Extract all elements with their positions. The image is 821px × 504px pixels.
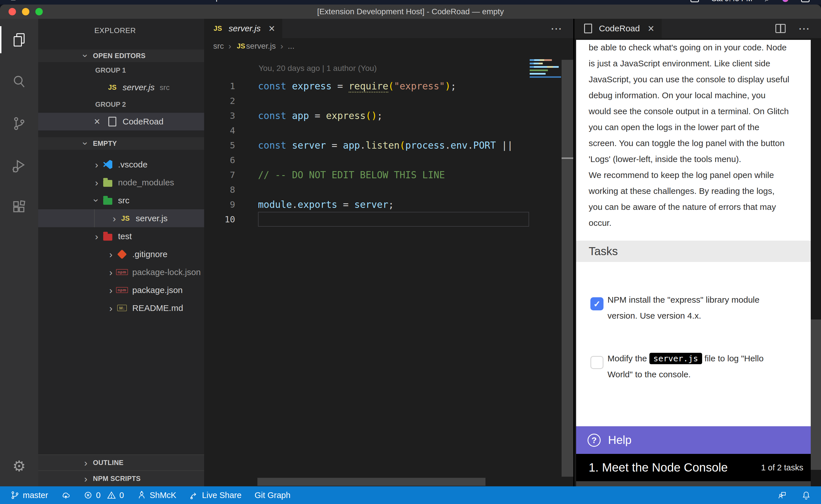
open-editors-header[interactable]: OPEN EDITORS bbox=[38, 50, 204, 62]
live-share-button[interactable]: Live Share bbox=[189, 491, 242, 500]
tree-item[interactable]: .gitignore bbox=[38, 245, 204, 263]
section-label: NPM SCRIPTS bbox=[93, 475, 140, 483]
close-icon[interactable]: × bbox=[94, 116, 105, 128]
task-progress: 1 of 2 tasks bbox=[761, 463, 803, 472]
editor-vertical-scrollbar[interactable] bbox=[561, 60, 573, 477]
breadcrumb-folder[interactable]: src bbox=[213, 42, 224, 51]
menubar-item[interactable]: File bbox=[50, 0, 62, 2]
task-checkbox[interactable] bbox=[590, 356, 603, 369]
menubar-item[interactable]: Run bbox=[134, 0, 148, 2]
collapsed-section-header[interactable]: OUTLINE bbox=[38, 454, 204, 470]
git-branch-indicator[interactable]: master bbox=[10, 491, 48, 500]
workspace-section-header[interactable]: EMPTY bbox=[38, 137, 204, 150]
code-token: app bbox=[343, 140, 360, 151]
cloud-upload-icon bbox=[61, 491, 70, 500]
editor-group-label: GROUP 1 bbox=[38, 62, 204, 79]
close-icon[interactable]: × bbox=[648, 22, 654, 35]
notifications-button[interactable] bbox=[802, 491, 811, 500]
scrollbar-thumb[interactable] bbox=[811, 319, 821, 470]
webview-bottom-strip bbox=[576, 481, 811, 486]
source-control-icon bbox=[11, 115, 27, 132]
question-mark-icon: ? bbox=[587, 434, 600, 447]
task-text-segment: server.js bbox=[650, 353, 702, 364]
open-editor-item[interactable]: × CodeRoad bbox=[38, 113, 204, 130]
settings-gear-icon[interactable]: ⚙ bbox=[13, 453, 26, 479]
tree-item[interactable]: server.js bbox=[38, 209, 204, 227]
search-activity-button[interactable] bbox=[0, 61, 38, 103]
file-type-icon bbox=[101, 177, 114, 188]
editor-group: GROUP 2 × CodeRoad bbox=[38, 96, 204, 130]
breadcrumb-symbol[interactable]: ... bbox=[288, 42, 295, 51]
menubar-item[interactable]: Code bbox=[31, 0, 50, 2]
open-editor-item[interactable]: × server.js src bbox=[38, 79, 204, 96]
gitlens-blame-annotation[interactable]: You, 20 days ago | 1 author (You) bbox=[259, 64, 573, 79]
chevron-down-icon bbox=[81, 139, 91, 148]
tree-item[interactable]: .vscode bbox=[38, 155, 204, 173]
menubar-item[interactable]: Selection bbox=[75, 0, 107, 2]
lesson-text: be able to check what's going on in your… bbox=[589, 43, 806, 234]
battery-icon bbox=[691, 0, 699, 2]
menubar-item[interactable]: Help bbox=[204, 0, 220, 2]
feedback-button[interactable] bbox=[778, 491, 787, 500]
menubar-item[interactable]: Go bbox=[123, 0, 134, 2]
run-debug-activity-button[interactable] bbox=[0, 144, 38, 186]
more-actions-icon[interactable] bbox=[550, 22, 562, 35]
menubar-item[interactable]: View bbox=[107, 0, 123, 2]
task-text-segment: file to log "Hello bbox=[702, 354, 764, 363]
menubar-item[interactable]: Terminal bbox=[148, 0, 177, 2]
code-token: app bbox=[292, 110, 315, 121]
collapsed-section-header[interactable]: NPM SCRIPTS bbox=[38, 470, 204, 486]
file-type-icon bbox=[106, 116, 118, 127]
file-name: server.js bbox=[136, 214, 167, 223]
sidebar-bottom-sections: OUTLINE NPM SCRIPTS bbox=[38, 454, 204, 486]
code-token: ) bbox=[445, 81, 451, 92]
coderoad-panel: CodeRoad × be able to check what's going… bbox=[574, 19, 821, 486]
tree-item[interactable]: package-lock.json bbox=[38, 263, 204, 281]
tab-coderoad[interactable]: CodeRoad × bbox=[574, 19, 662, 38]
coderoad-tabbar: CodeRoad × bbox=[574, 19, 821, 38]
line-number: 10 bbox=[204, 214, 235, 224]
siri-icon[interactable] bbox=[782, 0, 789, 2]
file-type-icon bbox=[101, 195, 114, 206]
extensions-activity-button[interactable] bbox=[0, 186, 38, 228]
menubar-clock[interactable]: Sat 9:45 PM bbox=[712, 0, 752, 3]
split-editor-icon[interactable] bbox=[775, 24, 786, 33]
chevron-right-icon bbox=[81, 458, 91, 468]
chevron-right-icon: › bbox=[281, 41, 283, 51]
bell-icon bbox=[802, 491, 811, 500]
tree-item[interactable]: package.json bbox=[38, 281, 204, 299]
close-icon[interactable]: × bbox=[269, 22, 275, 35]
tree-item[interactable]: test bbox=[38, 227, 204, 245]
code-token: process bbox=[405, 140, 445, 151]
git-graph-button[interactable]: Git Graph bbox=[255, 491, 291, 500]
task-checkbox[interactable] bbox=[590, 297, 603, 310]
help-button[interactable]: ? Help bbox=[576, 426, 811, 454]
more-actions-icon[interactable] bbox=[798, 22, 810, 35]
editor-horizontal-scrollbar[interactable] bbox=[258, 478, 485, 486]
menubar-item[interactable]: Window bbox=[177, 0, 204, 2]
menubar-item[interactable]: Edit bbox=[62, 0, 75, 2]
js-icon bbox=[212, 23, 224, 34]
spotlight-search-icon[interactable]: ⌕ bbox=[765, 0, 770, 4]
tree-item[interactable]: node_modules bbox=[38, 173, 204, 191]
breadcrumb-file[interactable]: server.js bbox=[246, 42, 276, 51]
vscode-window:  CodeFileEditSelectionViewGoRunTerminal… bbox=[0, 0, 821, 504]
explorer-activity-button[interactable] bbox=[0, 19, 38, 61]
macos-menubar:  CodeFileEditSelectionViewGoRunTerminal… bbox=[0, 0, 821, 5]
person-icon bbox=[137, 491, 146, 500]
file-name: test bbox=[118, 231, 132, 241]
code-editor[interactable]: You, 20 days ago | 1 author (You) 1 cons… bbox=[204, 54, 573, 486]
tree-item[interactable]: README.md bbox=[38, 299, 204, 317]
tree-item[interactable]: src bbox=[38, 191, 204, 209]
tab-server-js[interactable]: server.js × bbox=[204, 19, 282, 38]
control-center-icon[interactable] bbox=[801, 0, 810, 2]
problems-indicator[interactable]: 0 0 bbox=[83, 491, 124, 500]
account-indicator[interactable]: ShMcK bbox=[137, 491, 176, 500]
publish-changes-button[interactable] bbox=[61, 491, 70, 500]
apple-icon[interactable]:  bbox=[10, 0, 16, 2]
lesson-title: 1. Meet the Node Console bbox=[589, 461, 728, 474]
source-control-activity-button[interactable] bbox=[0, 103, 38, 144]
minimap[interactable] bbox=[530, 59, 561, 78]
lesson-footer[interactable]: 1. Meet the Node Console 1 of 2 tasks bbox=[576, 454, 811, 481]
webview-scrollbar[interactable] bbox=[811, 40, 821, 486]
